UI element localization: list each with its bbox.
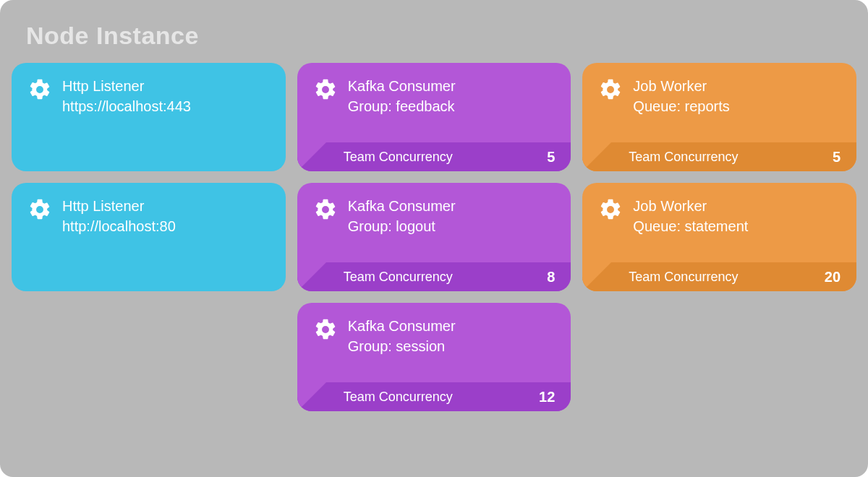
- card-job-worker: Job Worker Queue: statement Team Concurr…: [582, 183, 856, 291]
- card-kafka-consumer: Kafka Consumer Group: feedback Team Conc…: [297, 63, 571, 171]
- gear-icon: [313, 77, 338, 102]
- concurrency-footer: Team Concurrency 5: [582, 142, 856, 171]
- card-title: Http Listener: [62, 76, 191, 96]
- concurrency-label: Team Concurrency: [344, 270, 548, 285]
- gear-icon: [27, 197, 52, 222]
- footer-wedge: [582, 142, 611, 171]
- concurrency-label: Team Concurrency: [344, 390, 539, 405]
- card-title: Kafka Consumer: [348, 76, 456, 96]
- concurrency-footer: Team Concurrency 5: [297, 142, 571, 171]
- concurrency-footer: Team Concurrency 12: [297, 382, 571, 411]
- card-subtitle: Group: session: [348, 336, 456, 356]
- gear-icon: [313, 317, 338, 342]
- concurrency-value: 20: [825, 269, 841, 285]
- footer-wedge: [297, 142, 326, 171]
- column-job-workers: Job Worker Queue: reports Team Concurren…: [582, 63, 856, 291]
- concurrency-footer: Team Concurrency 8: [297, 262, 571, 291]
- card-title: Job Worker: [633, 196, 748, 216]
- card-kafka-consumer: Kafka Consumer Group: session Team Concu…: [297, 303, 571, 411]
- gear-icon: [598, 197, 623, 222]
- concurrency-value: 12: [539, 389, 555, 405]
- gear-icon: [27, 77, 52, 102]
- card-http-listener: Http Listener http://localhost:80: [12, 183, 286, 291]
- footer-wedge: [582, 262, 611, 291]
- card-subtitle: http://localhost:80: [62, 216, 176, 236]
- concurrency-value: 5: [833, 149, 841, 166]
- card-subtitle: Queue: reports: [633, 96, 729, 116]
- node-instance-canvas: Node Instance Http Listener https://loca…: [0, 0, 868, 477]
- card-subtitle: Queue: statement: [633, 216, 748, 236]
- card-title: Http Listener: [62, 196, 176, 216]
- card-subtitle: Group: logout: [348, 216, 456, 236]
- page-title: Node Instance: [26, 22, 856, 50]
- card-title: Kafka Consumer: [348, 196, 456, 216]
- concurrency-label: Team Concurrency: [629, 270, 824, 285]
- concurrency-footer: Team Concurrency 20: [582, 262, 856, 291]
- concurrency-value: 5: [547, 149, 555, 166]
- footer-wedge: [297, 382, 326, 411]
- column-kafka-consumers: Kafka Consumer Group: feedback Team Conc…: [297, 63, 571, 411]
- gear-icon: [598, 77, 623, 102]
- column-http-listeners: Http Listener https://localhost:443 Http…: [12, 63, 286, 291]
- card-kafka-consumer: Kafka Consumer Group: logout Team Concur…: [297, 183, 571, 291]
- card-http-listener: Http Listener https://localhost:443: [12, 63, 286, 171]
- card-subtitle: Group: feedback: [348, 96, 456, 116]
- card-job-worker: Job Worker Queue: reports Team Concurren…: [582, 63, 856, 171]
- concurrency-value: 8: [547, 269, 555, 285]
- card-title: Job Worker: [633, 76, 729, 96]
- concurrency-label: Team Concurrency: [629, 150, 833, 165]
- concurrency-label: Team Concurrency: [344, 150, 548, 165]
- gear-icon: [313, 197, 338, 222]
- footer-wedge: [297, 262, 326, 291]
- card-title: Kafka Consumer: [348, 316, 456, 336]
- card-subtitle: https://localhost:443: [62, 96, 191, 116]
- columns-row: Http Listener https://localhost:443 Http…: [12, 63, 856, 411]
